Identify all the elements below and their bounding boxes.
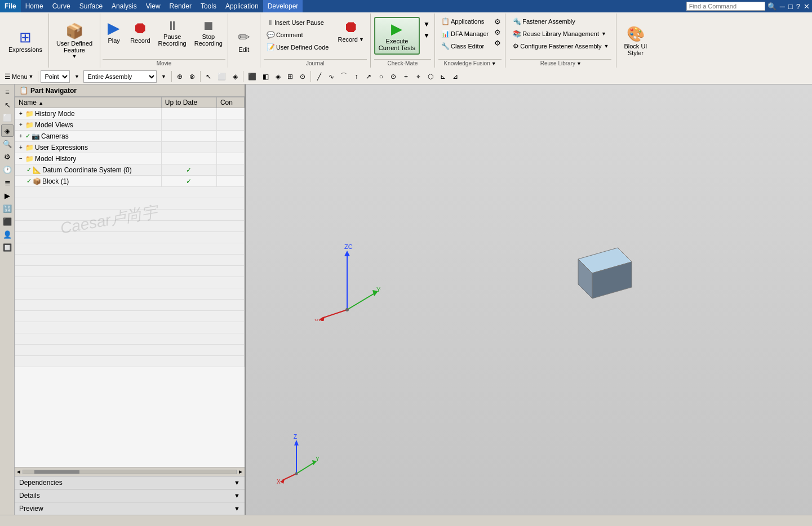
viewport[interactable]: ZC YC XC — [246, 84, 812, 515]
curve-btn2[interactable]: ∿ — [326, 70, 337, 83]
insert-pause-button[interactable]: ⏸ Insert User Pause — [264, 17, 332, 28]
comment-button[interactable]: 💬 Comment — [264, 29, 332, 41]
preview-header[interactable]: Preview ▼ — [15, 502, 245, 515]
col-con[interactable]: Con — [216, 97, 244, 108]
table-row[interactable]: + ✓ 📷 Cameras — [15, 131, 245, 142]
expand-cameras[interactable]: + — [17, 133, 24, 139]
sidebar-icon-3[interactable]: ⬜ — [1, 112, 14, 124]
menu-render[interactable]: Render — [165, 0, 196, 12]
sidebar-icon-12[interactable]: 👤 — [1, 228, 14, 240]
details-header[interactable]: Details ▼ — [15, 489, 245, 502]
curve-btn1[interactable]: ╱ — [313, 70, 325, 83]
expand-history-mode[interactable]: + — [17, 110, 24, 117]
stop-recording-button[interactable]: ⏹ StopRecording — [192, 17, 225, 48]
table-row[interactable]: + 📁 Model Views — [15, 119, 245, 131]
view-btn2[interactable]: ◧ — [260, 70, 271, 83]
block-ui-styler-button[interactable]: 🎨 Block UIStyler — [621, 24, 650, 58]
udf-button[interactable]: 📦 User DefinedFeature ▼ — [54, 21, 95, 61]
curve-btn8[interactable]: + — [400, 70, 411, 83]
snap-btn2[interactable]: ⊗ — [187, 70, 198, 83]
record-journal-dd[interactable]: ▼ — [359, 37, 364, 42]
horizontal-scrollbar[interactable]: ◄ ► — [15, 467, 245, 476]
pause-recording-button[interactable]: ⏸ PauseRecording — [156, 17, 189, 48]
sidebar-icon-10[interactable]: 🔢 — [1, 202, 14, 215]
menu-curve[interactable]: Curve — [48, 0, 75, 12]
select-btn3[interactable]: ◈ — [229, 70, 241, 83]
sidebar-icon-2[interactable]: ↖ — [1, 99, 14, 111]
menu-button[interactable]: ☰ Menu ▼ — [2, 70, 36, 83]
filter-arrow[interactable]: ▼ — [71, 70, 82, 83]
snap-btn[interactable]: ⊕ — [174, 70, 185, 83]
record-journal-button[interactable]: ⏺ Record ▼ — [335, 16, 366, 44]
kf-icon2[interactable]: ⚙ — [494, 28, 502, 37]
table-row[interactable]: ✓ 📦 Block (1) ✓ — [15, 176, 245, 187]
menu-surface[interactable]: Surface — [75, 0, 107, 12]
curve-btn3[interactable]: ⌒ — [338, 70, 349, 83]
scrollbar-track[interactable] — [23, 470, 237, 474]
sidebar-icon-11[interactable]: ⬛ — [1, 215, 14, 228]
minimize-icon[interactable]: ─ — [780, 2, 785, 11]
search-input[interactable] — [686, 2, 765, 11]
menu-home[interactable]: Home — [21, 0, 48, 12]
menu-file[interactable]: File — [0, 0, 21, 12]
expand-model-views[interactable]: + — [17, 122, 24, 128]
sidebar-icon-6[interactable]: ⚙ — [1, 150, 14, 163]
table-row[interactable]: + 📁 User Expressions — [15, 142, 245, 153]
search-icon[interactable]: 🔍 — [767, 2, 776, 11]
applications-button[interactable]: 📋 Applications — [438, 16, 491, 27]
class-editor-button[interactable]: 🔧 Class Editor — [438, 41, 491, 52]
col-name[interactable]: Name ▲ — [15, 97, 162, 108]
sidebar-icon-4[interactable]: ◈ — [1, 124, 14, 137]
menu-view[interactable]: View — [141, 0, 165, 12]
nav-table-area[interactable]: Name ▲ Up to Date Con — [15, 97, 245, 467]
view-btn4[interactable]: ⊞ — [285, 70, 296, 83]
reuse-library-dd[interactable]: ▼ — [601, 31, 606, 37]
table-row[interactable]: + 📁 History Mode — [15, 108, 245, 119]
execute-tests-button[interactable]: ▶ ExecuteCurrent Tests — [374, 17, 420, 55]
curve-btn11[interactable]: ⊾ — [437, 70, 449, 83]
record-movie-button[interactable]: ⏺ Record — [127, 17, 153, 46]
curve-btn4[interactable]: ↑ — [350, 70, 362, 83]
curve-btn7[interactable]: ⊙ — [388, 70, 399, 83]
close-icon[interactable]: ✕ — [804, 2, 810, 11]
udf-dropdown-arrow[interactable]: ▼ — [72, 54, 77, 59]
kf-icon1[interactable]: ⚙ — [494, 17, 502, 26]
table-row[interactable]: ✓ 📐 Datum Coordinate System (0) ✓ — [15, 164, 245, 176]
curve-btn6[interactable]: ○ — [375, 70, 387, 83]
scroll-left-arrow[interactable]: ◄ — [15, 469, 23, 475]
sidebar-icon-7[interactable]: 🕐 — [1, 163, 14, 176]
select-btn2[interactable]: ⬜ — [215, 70, 228, 83]
menu-tools[interactable]: Tools — [196, 0, 221, 12]
scope-arrow[interactable]: ▼ — [158, 70, 169, 83]
curve-btn9[interactable]: ⌖ — [412, 70, 424, 83]
scroll-right-arrow[interactable]: ► — [237, 469, 245, 475]
view-btn5[interactable]: ⊙ — [297, 70, 308, 83]
sidebar-icon-1[interactable]: ≡ — [1, 86, 14, 98]
view-btn1[interactable]: ⬛ — [246, 70, 259, 83]
kf-icon3[interactable]: ⚙ — [494, 38, 502, 48]
curve-btn12[interactable]: ⊿ — [450, 70, 461, 83]
kf-dd[interactable]: ▼ — [491, 61, 496, 66]
sidebar-icon-13[interactable]: 🔲 — [1, 241, 14, 253]
menu-analysis[interactable]: Analysis — [107, 0, 141, 12]
col-uptodate[interactable]: Up to Date — [161, 97, 216, 108]
table-row[interactable]: − 📁 Model History — [15, 153, 245, 164]
edit-button[interactable]: ✏ Edit — [233, 27, 255, 55]
dfa-manager-button[interactable]: 📊 DFA Manager — [438, 28, 491, 39]
fastener-assembly-button[interactable]: 🔩 Fastener Assembly — [510, 16, 611, 27]
expand-user-expr[interactable]: + — [17, 144, 24, 150]
reuse-library-mgmt-button[interactable]: 📚 Reuse Library Management ▼ — [510, 28, 611, 39]
curve-btn10[interactable]: ⬡ — [425, 70, 436, 83]
scope-dropdown[interactable]: Entire Assembly Within Work Part Only — [83, 70, 157, 83]
sidebar-icon-9[interactable]: ▶ — [1, 189, 14, 202]
help-icon[interactable]: ? — [796, 2, 800, 11]
expand-model-history[interactable]: − — [17, 155, 24, 162]
reuse-dd[interactable]: ▼ — [576, 61, 582, 66]
configure-fastener-dd[interactable]: ▼ — [604, 43, 609, 49]
scrollbar-thumb[interactable] — [34, 470, 79, 474]
user-defined-code-button[interactable]: 📝 User Defined Code — [264, 42, 332, 53]
menu-application[interactable]: Application — [221, 0, 263, 12]
sidebar-icon-5[interactable]: 🔍 — [1, 137, 14, 150]
maximize-icon[interactable]: □ — [788, 2, 793, 11]
play-button[interactable]: ▶ Play — [103, 17, 125, 46]
